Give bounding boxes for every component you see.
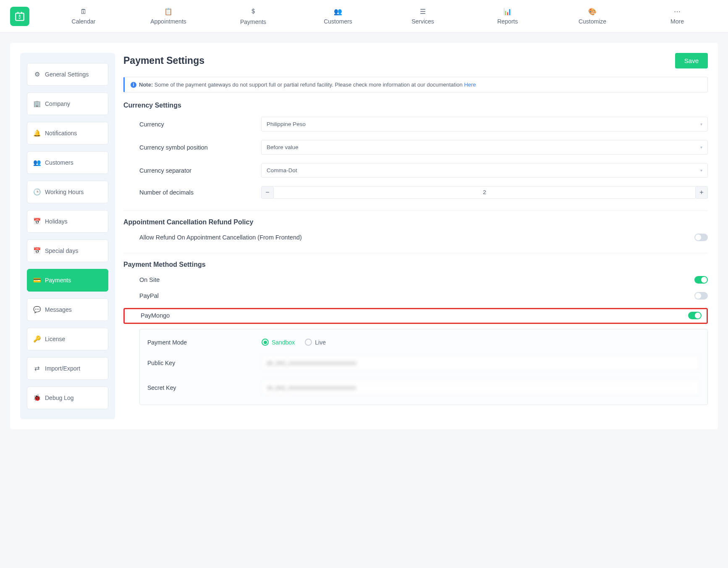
- currency-label: Currency: [139, 121, 261, 128]
- sidebar-label: Special days: [45, 247, 78, 254]
- radio-live[interactable]: Live: [305, 339, 326, 346]
- sidebar-label: Payments: [45, 277, 71, 284]
- sidebar-label: General Settings: [45, 71, 89, 78]
- decimals-stepper: − 2 +: [261, 186, 708, 199]
- services-icon: ☰: [420, 8, 426, 16]
- sidebar-item-import-export[interactable]: ⇄Import/Export: [27, 357, 108, 380]
- sidebar-label: Holidays: [45, 218, 68, 225]
- paymongo-label: PayMongo: [141, 312, 170, 319]
- decimals-label: Number of decimals: [139, 189, 261, 196]
- onsite-toggle[interactable]: [694, 276, 708, 284]
- sidebar-icon: ⇄: [33, 365, 41, 372]
- separator-select[interactable]: Comma-Dot ▾: [261, 163, 708, 178]
- nav-services[interactable]: ☰ Services: [382, 8, 464, 25]
- nav-label: More: [670, 18, 684, 25]
- allow-refund-toggle[interactable]: [694, 234, 708, 241]
- top-navigation: ₿ 🗓 Calendar 📋 Appointments ＄ Payments 👥…: [0, 0, 728, 33]
- note-banner: i Note: Some of the payment gateways do …: [123, 77, 708, 92]
- users-icon: 👥: [334, 8, 342, 16]
- paymongo-highlight: PayMongo: [123, 308, 708, 324]
- nav-appointments[interactable]: 📋 Appointments: [128, 8, 209, 25]
- sidebar-item-notifications[interactable]: 🔔Notifications: [27, 122, 108, 145]
- paypal-toggle[interactable]: [694, 292, 708, 300]
- radio-circle-icon: [305, 339, 312, 346]
- sidebar-icon: 🕒: [33, 188, 41, 196]
- currency-select[interactable]: Philippine Peso ▾: [261, 117, 708, 131]
- decrement-button[interactable]: −: [261, 186, 274, 199]
- sidebar-item-customers[interactable]: 👥Customers: [27, 151, 108, 174]
- sidebar-icon: 💬: [33, 306, 41, 313]
- sidebar-item-debug-log[interactable]: 🐞Debug Log: [27, 387, 108, 409]
- sidebar-item-general-settings[interactable]: ⚙General Settings: [27, 63, 108, 86]
- reports-icon: 📊: [503, 8, 512, 16]
- sidebar-item-special-days[interactable]: 📅Special days: [27, 239, 108, 262]
- sidebar-icon: 🔑: [33, 335, 41, 343]
- chevron-down-icon: ▾: [700, 122, 702, 126]
- sidebar-label: Messages: [45, 306, 72, 313]
- chevron-down-icon: ▾: [700, 168, 702, 173]
- nav-label: Customers: [324, 18, 352, 25]
- decimals-value: 2: [274, 186, 695, 199]
- page-title: Payment Settings: [123, 55, 204, 66]
- secret-key-input[interactable]: [262, 380, 700, 395]
- symbol-position-label: Currency symbol position: [139, 144, 261, 151]
- nav-payments[interactable]: ＄ Payments: [212, 7, 294, 25]
- onsite-label: On Site: [139, 276, 160, 283]
- sidebar-label: Customers: [45, 159, 73, 166]
- public-key-input[interactable]: [262, 355, 700, 371]
- note-link[interactable]: Here: [464, 82, 476, 88]
- note-text: Some of the payment gateways do not supp…: [153, 82, 464, 88]
- nav-reports[interactable]: 📊 Reports: [467, 8, 548, 25]
- sidebar-item-payments[interactable]: 💳Payments: [27, 269, 108, 292]
- sidebar-label: Company: [45, 100, 70, 107]
- nav-label: Services: [411, 18, 434, 25]
- nav-customers[interactable]: 👥 Customers: [297, 8, 379, 25]
- section-title-refund: Appointment Cancellation Refund Policy: [123, 218, 708, 226]
- customize-icon: 🎨: [588, 8, 597, 16]
- info-icon: i: [131, 82, 136, 88]
- paypal-label: PayPal: [139, 292, 159, 299]
- svg-text:₿: ₿: [18, 14, 21, 19]
- nav-label: Appointments: [150, 18, 186, 25]
- sidebar-icon: ⚙: [33, 71, 41, 78]
- sidebar-icon: 👥: [33, 159, 41, 166]
- nav-label: Customize: [579, 18, 606, 25]
- sidebar-icon: 📅: [33, 247, 41, 255]
- nav-label: Payments: [240, 18, 266, 25]
- radio-circle-icon: [262, 339, 269, 346]
- sidebar-item-working-hours[interactable]: 🕒Working Hours: [27, 181, 108, 203]
- sidebar-icon: 🐞: [33, 394, 41, 402]
- more-icon: ⋯: [674, 8, 681, 16]
- note-prefix: Note:: [139, 82, 153, 88]
- event-icon: 📋: [164, 8, 173, 16]
- allow-refund-label: Allow Refund On Appointment Cancellation…: [139, 234, 302, 241]
- payment-mode-label: Payment Mode: [147, 339, 262, 346]
- sidebar-item-company[interactable]: 🏢Company: [27, 92, 108, 115]
- section-title-currency: Currency Settings: [123, 102, 708, 109]
- settings-sidebar: ⚙General Settings🏢Company🔔Notifications👥…: [20, 53, 115, 419]
- paymongo-toggle[interactable]: [688, 312, 702, 319]
- sidebar-icon: 🔔: [33, 129, 41, 137]
- nav-more[interactable]: ⋯ More: [636, 8, 718, 25]
- nav-calendar[interactable]: 🗓 Calendar: [43, 8, 124, 25]
- sidebar-item-messages[interactable]: 💬Messages: [27, 298, 108, 321]
- nav-label: Reports: [497, 18, 518, 25]
- section-title-methods: Payment Method Settings: [123, 261, 708, 268]
- nav-customize[interactable]: 🎨 Customize: [552, 8, 633, 25]
- sidebar-label: Debug Log: [45, 394, 74, 401]
- increment-button[interactable]: +: [695, 186, 708, 199]
- separator-label: Currency separator: [139, 167, 261, 174]
- sidebar-label: License: [45, 336, 65, 342]
- app-logo[interactable]: ₿: [10, 7, 29, 26]
- symbol-position-select[interactable]: Before value ▾: [261, 140, 708, 155]
- calendar-icon: 🗓: [80, 8, 87, 16]
- sidebar-label: Notifications: [45, 130, 77, 137]
- public-key-label: Public Key: [147, 360, 262, 366]
- save-button[interactable]: Save: [675, 53, 708, 68]
- paymongo-config: Payment Mode Sandbox Live: [139, 329, 708, 405]
- radio-sandbox[interactable]: Sandbox: [262, 339, 295, 346]
- sidebar-item-license[interactable]: 🔑License: [27, 328, 108, 350]
- sidebar-item-holidays[interactable]: 📅Holidays: [27, 210, 108, 233]
- dollar-icon: ＄: [250, 7, 257, 16]
- secret-key-label: Secret Key: [147, 384, 262, 391]
